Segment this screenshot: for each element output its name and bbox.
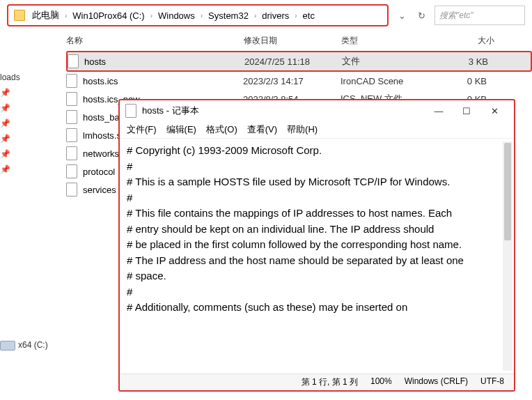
- text-line: # be placed in the first column followed…: [127, 237, 507, 253]
- scrollbar-thumb[interactable]: [504, 143, 511, 240]
- breadcrumb-item[interactable]: drivers: [259, 9, 292, 22]
- text-line: # Copyright (c) 1993-2009 Microsoft Corp…: [127, 143, 507, 159]
- file-name: hosts: [84, 56, 244, 67]
- text-line: # This file contains the mappings of IP …: [127, 206, 507, 222]
- text-line: # This is a sample HOSTS file used by Mi…: [127, 174, 507, 190]
- breadcrumb-item[interactable]: Win10Prox64 (C:): [70, 9, 147, 22]
- sidebar-pin[interactable]: 📌: [0, 100, 28, 116]
- maximize-button[interactable]: ☐: [453, 106, 480, 116]
- file-icon: [66, 110, 77, 124]
- status-eol: Windows (CRLF): [405, 376, 468, 388]
- text-line: # entry should be kept on an individual …: [127, 222, 507, 238]
- chevron-right-icon: ›: [292, 12, 299, 20]
- breadcrumb-item[interactable]: Windows: [155, 9, 198, 22]
- breadcrumb[interactable]: 此电脑› Win10Prox64 (C:)› Windows› System32…: [7, 4, 389, 26]
- refresh-icon[interactable]: ↻: [414, 8, 429, 23]
- history-dropdown-icon[interactable]: ⌄: [394, 8, 409, 23]
- chevron-right-icon: ›: [62, 12, 70, 20]
- pin-icon: 📌: [0, 164, 10, 174]
- file-icon: [66, 92, 77, 106]
- text-line: #: [127, 284, 507, 300]
- chevron-right-icon: ›: [148, 12, 155, 20]
- menu-view[interactable]: 查看(V): [247, 123, 277, 136]
- scrollbar[interactable]: [503, 141, 513, 371]
- breadcrumb-item[interactable]: etc: [300, 9, 318, 22]
- file-date: 2023/2/3 14:17: [243, 76, 341, 86]
- menu-file[interactable]: 文件(F): [127, 123, 157, 136]
- chevron-right-icon: ›: [198, 12, 205, 20]
- column-headers: 名称 修改日期 类型 大小: [0, 31, 532, 51]
- file-size: 3 KB: [446, 56, 488, 67]
- file-type: IronCAD Scene: [341, 76, 445, 86]
- menu-help[interactable]: 帮助(H): [287, 123, 318, 136]
- file-name: hosts.ics: [83, 76, 243, 86]
- nav-buttons: ⌄ ↻: [394, 8, 429, 23]
- file-size: 0 KB: [445, 76, 487, 86]
- pin-icon: 📌: [0, 88, 10, 98]
- status-position: 第 1 行, 第 1 列: [302, 376, 358, 388]
- close-button[interactable]: ✕: [480, 106, 508, 116]
- notepad-menubar: 文件(F) 编辑(E) 格式(O) 查看(V) 帮助(H): [120, 121, 514, 139]
- file-icon: [68, 54, 79, 68]
- sidebar-pin[interactable]: 📌: [0, 85, 28, 100]
- sidebar-pin[interactable]: 📌: [0, 131, 28, 146]
- menu-format[interactable]: 格式(O): [206, 123, 237, 136]
- folder-icon: [14, 10, 25, 21]
- chevron-right-icon: ›: [251, 12, 259, 20]
- notepad-window: hosts - 记事本 — ☐ ✕ 文件(F) 编辑(E) 格式(O) 查看(V…: [118, 99, 515, 392]
- column-date[interactable]: 修改日期: [244, 35, 341, 47]
- notepad-title: hosts - 记事本: [142, 105, 425, 117]
- text-line: # The IP address and the host name shoul…: [127, 253, 507, 269]
- drive-icon: [0, 341, 15, 351]
- file-icon: [66, 164, 77, 178]
- pin-icon: 📌: [0, 134, 10, 144]
- breadcrumb-item[interactable]: System32: [205, 9, 251, 22]
- notepad-textarea[interactable]: # Copyright (c) 1993-2009 Microsoft Corp…: [120, 139, 514, 374]
- breadcrumb-item[interactable]: 此电脑: [29, 8, 62, 23]
- file-date: 2024/7/25 11:18: [244, 56, 342, 67]
- notepad-titlebar[interactable]: hosts - 记事本 — ☐ ✕: [120, 100, 514, 121]
- text-line: #: [127, 190, 507, 206]
- column-type[interactable]: 类型: [341, 35, 446, 47]
- notepad-icon: [125, 104, 136, 118]
- column-size[interactable]: 大小: [446, 35, 494, 47]
- file-type: 文件: [342, 55, 446, 68]
- sidebar-item[interactable]: loads: [0, 70, 28, 85]
- file-icon: [66, 128, 77, 142]
- text-line: # Additionally, comments (such as these)…: [127, 300, 507, 316]
- sidebar: loads 📌 📌 📌 📌 📌 📌 x64 (C:): [0, 42, 28, 390]
- file-icon: [66, 74, 77, 88]
- text-line: # space.: [127, 268, 507, 284]
- minimize-button[interactable]: —: [425, 106, 453, 116]
- file-icon: [66, 183, 77, 197]
- text-line: #: [127, 159, 507, 175]
- notepad-statusbar: 第 1 行, 第 1 列 100% Windows (CRLF) UTF-8: [120, 374, 514, 390]
- search-input[interactable]: 搜索"etc": [435, 6, 525, 25]
- file-icon: [66, 146, 77, 160]
- status-encoding: UTF-8: [480, 376, 504, 388]
- sidebar-drive[interactable]: x64 (C:): [0, 337, 28, 353]
- sidebar-pin[interactable]: 📌: [0, 162, 28, 177]
- pin-icon: 📌: [0, 103, 10, 113]
- file-row[interactable]: hosts.ics 2023/2/3 14:17 IronCAD Scene 0…: [66, 72, 532, 90]
- address-bar: 此电脑› Win10Prox64 (C:)› Windows› System32…: [0, 0, 532, 31]
- file-row[interactable]: hosts 2024/7/25 11:18 文件 3 KB: [66, 51, 532, 72]
- sidebar-pin[interactable]: 📌: [0, 146, 28, 162]
- sidebar-pin[interactable]: 📌: [0, 116, 28, 131]
- pin-icon: 📌: [0, 149, 10, 159]
- column-name[interactable]: 名称: [66, 35, 244, 47]
- status-zoom: 100%: [370, 376, 392, 388]
- pin-icon: 📌: [0, 118, 10, 128]
- menu-edit[interactable]: 编辑(E): [166, 123, 196, 136]
